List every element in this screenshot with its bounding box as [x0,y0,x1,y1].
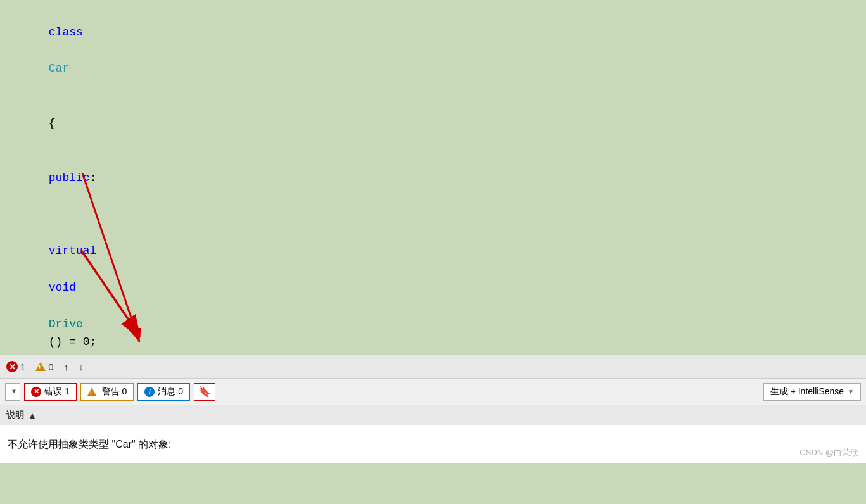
generate-label: 生成 + IntelliSense [770,386,844,398]
desc-collapse-icon[interactable]: ▲ [28,410,37,420]
keyword-class: class [49,26,83,39]
description-text: 不允许使用抽象类类型 "Car" 的对象: [8,438,171,451]
info-btn-label: 消息 0 [158,386,183,398]
warning-btn-label: 警告 0 [102,386,127,398]
info-circle-icon: i [144,387,155,397]
nav-down[interactable]: ↓ [79,362,84,372]
warning-tri-icon [87,387,96,396]
code-editor: class Car { public: virtual void Drive (… [0,0,866,355]
nav-up[interactable]: ↑ [64,362,69,372]
error-status: ✕ 1 [6,361,25,372]
warning-count: 0 [48,362,53,372]
status-bar: ✕ 1 ! 0 ↑ ↓ [0,355,866,379]
code-line-2: { [8,96,858,151]
generate-chevron-icon: ▼ [848,388,854,395]
toolbar-row: ▼ ✕ 错误 1 警告 0 i 消息 0 🔖 生成 + IntelliSense… [0,379,866,405]
error-filter-button[interactable]: ✕ 错误 1 [24,383,77,401]
chevron-down-icon: ▼ [12,388,16,395]
arrow-up-icon: ↑ [64,362,69,372]
csdn-watermark: CSDN @白荣欣 [799,447,858,458]
code-line-4: virtual void Drive () = 0; [8,206,858,355]
error-btn-label: 错误 1 [44,386,70,398]
main-container: class Car { public: virtual void Drive (… [0,0,866,504]
arrow-down-icon: ↓ [79,362,84,372]
special-filter-button[interactable]: 🔖 [194,383,215,401]
desc-title: 说明 [6,410,24,421]
dropdown-left[interactable]: ▼ [5,383,20,401]
description-header: 说明 ▲ [0,405,866,425]
info-filter-button[interactable]: i 消息 0 [137,383,190,401]
error-icon: ✕ [6,361,18,372]
warning-status: ! 0 [35,362,53,372]
warning-filter-button[interactable]: 警告 0 [80,383,134,401]
error-count: 1 [20,362,25,372]
filter-special-icon: 🔖 [198,386,211,398]
code-line-3: public: [8,151,858,205]
class-name: Car [49,62,69,75]
generate-dropdown[interactable]: 生成 + IntelliSense ▼ [763,383,861,401]
code-line-1: class Car [8,5,858,96]
description-content: 不允许使用抽象类类型 "Car" 的对象: CSDN @白荣欣 [0,425,866,463]
error-circle-icon: ✕ [31,387,41,397]
warning-icon-tri: ! [35,362,46,371]
